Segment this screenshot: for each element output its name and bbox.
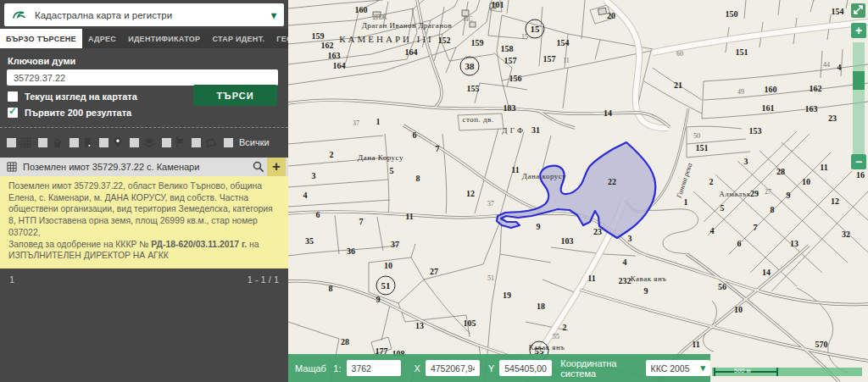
result-description-line2: Заповед за одобрение на КККР № РД-18-620… bbox=[8, 239, 280, 262]
cadastral-map bbox=[288, 0, 868, 382]
first200-checkbox-row: Първите 200 резултата bbox=[8, 108, 281, 118]
filter-all-checkbox[interactable] bbox=[224, 138, 233, 147]
add-result-button[interactable]: + bbox=[267, 158, 286, 176]
search-tabs: БЪРЗО ТЪРСЕНЕ АДРЕС ИДЕНТИФИКАТОР СТАР И… bbox=[0, 29, 288, 48]
filter-point-checkbox[interactable] bbox=[99, 138, 108, 147]
y-coordinate-input[interactable] bbox=[499, 360, 552, 376]
map-scalebar: 500 м bbox=[712, 368, 862, 376]
building-icon bbox=[83, 137, 92, 148]
object-type-filters: Всички bbox=[7, 135, 288, 150]
filter-zone-checkbox[interactable] bbox=[192, 138, 201, 147]
current-view-checkbox[interactable] bbox=[8, 91, 18, 102]
result-title: Поземлен имот 35729.37.22 с. Каменари bbox=[23, 162, 199, 172]
layers-icon bbox=[143, 137, 155, 148]
y-label: Y bbox=[488, 363, 494, 374]
selected-parcel-22[interactable] bbox=[497, 142, 655, 238]
fullscreen-button[interactable] bbox=[851, 3, 865, 18]
filter-flag-checkbox[interactable] bbox=[162, 138, 171, 147]
scale-label: Мащаб bbox=[295, 363, 326, 374]
zoom-in-button[interactable]: + bbox=[851, 23, 866, 38]
crs-label: Координатна система bbox=[560, 358, 640, 379]
pagination-current[interactable]: 1 bbox=[9, 274, 14, 285]
pagination: 1 1 - 1 / 1 bbox=[0, 269, 288, 285]
locate-result-button[interactable] bbox=[253, 161, 264, 176]
filter-parcel[interactable] bbox=[7, 137, 31, 148]
app-select-label: Кадастрална карта и регистри bbox=[35, 10, 172, 20]
scale-input[interactable] bbox=[347, 360, 401, 376]
current-view-label: Текущ изглед на картата bbox=[25, 91, 137, 102]
zoom-slider-track[interactable] bbox=[853, 42, 865, 169]
flag-icon bbox=[175, 136, 185, 148]
first200-label: Първите 200 резултата bbox=[25, 108, 131, 118]
pin-icon bbox=[113, 136, 123, 148]
tab-old-ident[interactable]: СТАР ИДЕНТ. bbox=[206, 29, 270, 48]
result-description-line1: Поземлен имот 35729.37.22, област Велико… bbox=[8, 180, 280, 239]
divider bbox=[0, 127, 288, 128]
filter-layers-checkbox[interactable] bbox=[130, 138, 139, 147]
crs-value: ККС 2005 bbox=[651, 363, 690, 374]
filter-all-label: Всички bbox=[239, 137, 270, 147]
result-row[interactable]: Поземлен имот 35729.37.22 с. Каменари + bbox=[0, 158, 288, 176]
keywords-input[interactable] bbox=[7, 69, 278, 86]
tab-identifier[interactable]: ИДЕНТИФИКАТОР bbox=[122, 29, 206, 48]
filter-all[interactable]: Всички bbox=[224, 137, 270, 147]
result-description: Поземлен имот 35729.37.22, област Велико… bbox=[0, 176, 288, 269]
filter-flag[interactable] bbox=[162, 136, 185, 148]
filter-point[interactable] bbox=[99, 136, 123, 148]
pagination-summary: 1 - 1 / 1 bbox=[248, 274, 279, 285]
filter-structure-checkbox[interactable] bbox=[70, 138, 79, 147]
map-statusbar: Мащаб 1: X Y Координатна система ККС 200… bbox=[288, 354, 710, 382]
crs-select[interactable]: ККС 2005 ▾ bbox=[646, 360, 710, 376]
chevron-down-icon: ▾ bbox=[700, 363, 705, 374]
tab-address[interactable]: АДРЕС bbox=[82, 29, 122, 48]
keywords-label: Ключови думи bbox=[8, 56, 281, 66]
filter-zone[interactable] bbox=[192, 137, 217, 148]
filter-building-checkbox[interactable] bbox=[38, 138, 47, 147]
polygon-icon bbox=[205, 137, 217, 148]
grid-icon bbox=[7, 162, 17, 172]
x-coordinate-input[interactable] bbox=[426, 360, 480, 376]
scalebar-label: 500 м bbox=[734, 367, 751, 374]
zoom-out-button[interactable]: − bbox=[851, 154, 866, 169]
filter-parcel-checkbox[interactable] bbox=[7, 138, 16, 147]
map-canvas[interactable]: 1602ПЖДраган Иванов ДрагановКАМЕНАРИ III… bbox=[288, 0, 868, 382]
filter-building[interactable] bbox=[38, 137, 63, 148]
x-label: X bbox=[415, 363, 420, 374]
grid-icon bbox=[20, 137, 31, 148]
filter-layers[interactable] bbox=[130, 137, 155, 148]
home-icon bbox=[52, 137, 63, 148]
first200-checkbox[interactable] bbox=[8, 108, 18, 118]
tab-quick-search[interactable]: БЪРЗО ТЪРСЕНЕ bbox=[0, 29, 82, 48]
search-sidebar: Кадастрална карта и регистри ▾ БЪРЗО ТЪР… bbox=[0, 0, 288, 382]
app-select[interactable]: Кадастрална карта и регистри ▾ bbox=[4, 3, 284, 26]
search-button[interactable]: ТЪРСИ bbox=[193, 85, 277, 106]
scale-ratio: 1: bbox=[333, 363, 341, 374]
chevron-down-icon: ▾ bbox=[271, 9, 276, 21]
filter-structure[interactable] bbox=[70, 137, 92, 148]
app-logo-icon bbox=[12, 9, 27, 21]
zoom-slider-handle[interactable] bbox=[853, 71, 865, 90]
